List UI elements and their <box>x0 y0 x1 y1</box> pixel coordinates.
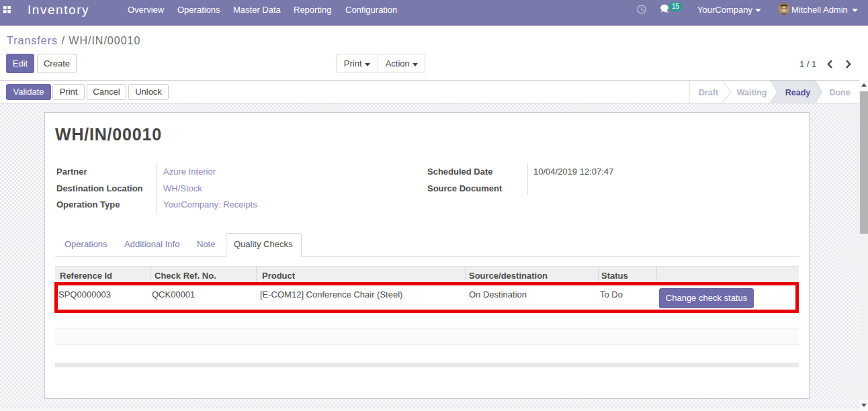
svg-text:Waiting: Waiting <box>737 88 767 97</box>
svg-text:Done: Done <box>829 88 850 97</box>
svg-text:Draft: Draft <box>699 88 719 97</box>
svg-text:Ready: Ready <box>785 88 811 97</box>
